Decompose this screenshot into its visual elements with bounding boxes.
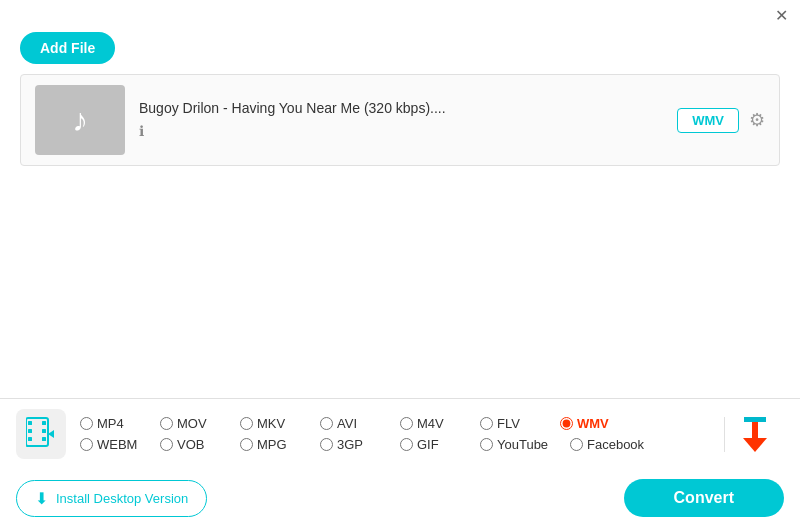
add-file-button[interactable]: Add File bbox=[20, 32, 115, 64]
format-option-youtube[interactable]: YouTube bbox=[480, 437, 570, 452]
format-option-mpg[interactable]: MPG bbox=[240, 437, 320, 452]
file-actions: WMV ⚙ bbox=[677, 108, 765, 133]
radio-3gp[interactable] bbox=[320, 438, 333, 451]
radio-mp4[interactable] bbox=[80, 417, 93, 430]
label-mp4: MP4 bbox=[97, 416, 124, 431]
close-button[interactable]: ✕ bbox=[775, 8, 788, 24]
svg-rect-1 bbox=[28, 421, 32, 425]
svg-rect-3 bbox=[28, 437, 32, 441]
label-m4v: M4V bbox=[417, 416, 444, 431]
label-avi: AVI bbox=[337, 416, 357, 431]
svg-rect-2 bbox=[28, 429, 32, 433]
radio-mpg[interactable] bbox=[240, 438, 253, 451]
svg-rect-6 bbox=[42, 437, 46, 441]
install-desktop-button[interactable]: ⬇ Install Desktop Version bbox=[16, 480, 207, 517]
file-thumbnail: ♪ bbox=[35, 85, 125, 155]
svg-rect-4 bbox=[42, 421, 46, 425]
format-option-mp4[interactable]: MP4 bbox=[80, 416, 160, 431]
label-flv: FLV bbox=[497, 416, 520, 431]
toolbar: Add File bbox=[0, 28, 800, 74]
film-icon-svg bbox=[26, 416, 56, 452]
format-option-wmv[interactable]: WMV bbox=[560, 416, 640, 431]
format-option-webm[interactable]: WEBM bbox=[80, 437, 160, 452]
radio-mkv[interactable] bbox=[240, 417, 253, 430]
format-option-facebook[interactable]: Facebook bbox=[570, 437, 660, 452]
label-3gp: 3GP bbox=[337, 437, 363, 452]
file-info: Bugoy Drilon - Having You Near Me (320 k… bbox=[139, 100, 663, 140]
format-option-flv[interactable]: FLV bbox=[480, 416, 560, 431]
label-mov: MOV bbox=[177, 416, 207, 431]
radio-facebook[interactable] bbox=[570, 438, 583, 451]
radio-webm[interactable] bbox=[80, 438, 93, 451]
install-icon: ⬇ bbox=[35, 489, 48, 508]
radio-m4v[interactable] bbox=[400, 417, 413, 430]
label-webm: WEBM bbox=[97, 437, 137, 452]
label-mpg: MPG bbox=[257, 437, 287, 452]
info-icon[interactable]: ℹ bbox=[139, 123, 144, 139]
footer-actions: ⬇ Install Desktop Version Convert bbox=[0, 469, 800, 529]
format-option-m4v[interactable]: M4V bbox=[400, 416, 480, 431]
title-bar: ✕ bbox=[0, 0, 800, 28]
radio-vob[interactable] bbox=[160, 438, 173, 451]
music-icon: ♪ bbox=[72, 102, 88, 139]
file-item: ♪ Bugoy Drilon - Having You Near Me (320… bbox=[21, 75, 779, 165]
format-option-mkv[interactable]: MKV bbox=[240, 416, 320, 431]
format-selector: MP4 MOV MKV AVI M4V bbox=[0, 399, 800, 469]
right-panel bbox=[724, 417, 784, 452]
format-option-mov[interactable]: MOV bbox=[160, 416, 240, 431]
format-row-2: WEBM VOB MPG 3GP GIF bbox=[80, 437, 724, 452]
radio-youtube[interactable] bbox=[480, 438, 493, 451]
radio-wmv[interactable] bbox=[560, 417, 573, 430]
radio-gif[interactable] bbox=[400, 438, 413, 451]
format-badge[interactable]: WMV bbox=[677, 108, 739, 133]
format-row-1: MP4 MOV MKV AVI M4V bbox=[80, 416, 724, 431]
convert-button[interactable]: Convert bbox=[624, 479, 784, 517]
label-youtube: YouTube bbox=[497, 437, 548, 452]
settings-button[interactable]: ⚙ bbox=[749, 109, 765, 131]
radio-mov[interactable] bbox=[160, 417, 173, 430]
format-option-avi[interactable]: AVI bbox=[320, 416, 400, 431]
file-name: Bugoy Drilon - Having You Near Me (320 k… bbox=[139, 100, 663, 116]
label-facebook: Facebook bbox=[587, 437, 644, 452]
film-format-icon bbox=[16, 409, 66, 459]
bottom-panel: MP4 MOV MKV AVI M4V bbox=[0, 398, 800, 529]
radio-flv[interactable] bbox=[480, 417, 493, 430]
format-option-3gp[interactable]: 3GP bbox=[320, 437, 400, 452]
label-mkv: MKV bbox=[257, 416, 285, 431]
radio-avi[interactable] bbox=[320, 417, 333, 430]
download-arrow-icon bbox=[743, 417, 767, 452]
format-option-vob[interactable]: VOB bbox=[160, 437, 240, 452]
file-list: ♪ Bugoy Drilon - Having You Near Me (320… bbox=[20, 74, 780, 166]
label-gif: GIF bbox=[417, 437, 439, 452]
format-option-gif[interactable]: GIF bbox=[400, 437, 480, 452]
svg-rect-5 bbox=[42, 429, 46, 433]
label-vob: VOB bbox=[177, 437, 204, 452]
install-label: Install Desktop Version bbox=[56, 491, 188, 506]
label-wmv: WMV bbox=[577, 416, 609, 431]
